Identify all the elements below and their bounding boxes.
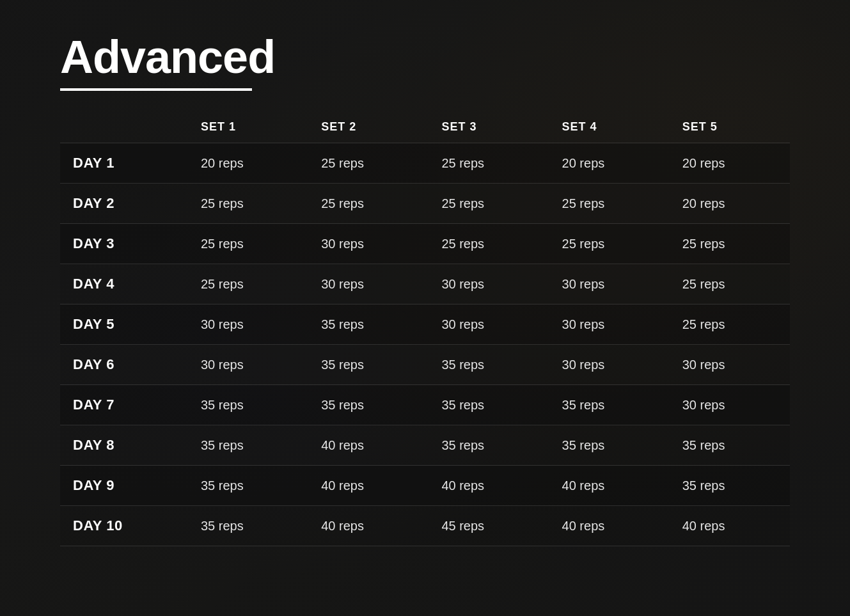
table-row: DAY 225 reps25 reps25 reps25 reps20 reps bbox=[60, 184, 790, 224]
set2-cell: 25 reps bbox=[308, 184, 429, 224]
set3-cell: 30 reps bbox=[429, 264, 549, 304]
col-header-set5: SET 5 bbox=[670, 111, 790, 143]
set4-cell: 40 reps bbox=[549, 466, 670, 506]
workout-table: SET 1 SET 2 SET 3 SET 4 SET 5 DAY 120 re… bbox=[60, 111, 790, 546]
table-row: DAY 835 reps40 reps35 reps35 reps35 reps bbox=[60, 425, 790, 466]
set5-cell: 25 reps bbox=[670, 224, 790, 264]
day-label-cell: DAY 10 bbox=[60, 506, 188, 546]
day-label-cell: DAY 7 bbox=[60, 385, 188, 425]
day-label-cell: DAY 1 bbox=[60, 143, 188, 184]
day-label-cell: DAY 2 bbox=[60, 184, 188, 224]
table-row: DAY 120 reps25 reps25 reps20 reps20 reps bbox=[60, 143, 790, 184]
set1-cell: 25 reps bbox=[188, 184, 308, 224]
main-content: Advanced SET 1 SET 2 SET 3 SET 4 SET 5 D… bbox=[0, 0, 850, 577]
col-header-set4: SET 4 bbox=[549, 111, 670, 143]
set5-cell: 30 reps bbox=[670, 345, 790, 385]
set5-cell: 35 reps bbox=[670, 425, 790, 466]
set1-cell: 35 reps bbox=[188, 466, 308, 506]
col-header-set3: SET 3 bbox=[429, 111, 549, 143]
set5-cell: 25 reps bbox=[670, 264, 790, 304]
set5-cell: 25 reps bbox=[670, 304, 790, 345]
set1-cell: 35 reps bbox=[188, 506, 308, 546]
table-row: DAY 425 reps30 reps30 reps30 reps25 reps bbox=[60, 264, 790, 304]
col-header-set2: SET 2 bbox=[308, 111, 429, 143]
set2-cell: 35 reps bbox=[308, 385, 429, 425]
set2-cell: 30 reps bbox=[308, 264, 429, 304]
set1-cell: 30 reps bbox=[188, 345, 308, 385]
set1-cell: 20 reps bbox=[188, 143, 308, 184]
set3-cell: 35 reps bbox=[429, 345, 549, 385]
set4-cell: 25 reps bbox=[549, 224, 670, 264]
set2-cell: 35 reps bbox=[308, 345, 429, 385]
table-row: DAY 735 reps35 reps35 reps35 reps30 reps bbox=[60, 385, 790, 425]
set3-cell: 45 reps bbox=[429, 506, 549, 546]
day-label-cell: DAY 8 bbox=[60, 425, 188, 466]
page-title: Advanced bbox=[60, 31, 790, 83]
set4-cell: 30 reps bbox=[549, 304, 670, 345]
table-row: DAY 935 reps40 reps40 reps40 reps35 reps bbox=[60, 466, 790, 506]
day-label-cell: DAY 5 bbox=[60, 304, 188, 345]
set3-cell: 35 reps bbox=[429, 425, 549, 466]
set1-cell: 35 reps bbox=[188, 385, 308, 425]
set2-cell: 25 reps bbox=[308, 143, 429, 184]
set2-cell: 40 reps bbox=[308, 506, 429, 546]
set5-cell: 40 reps bbox=[670, 506, 790, 546]
set4-cell: 35 reps bbox=[549, 425, 670, 466]
set4-cell: 35 reps bbox=[549, 385, 670, 425]
set4-cell: 25 reps bbox=[549, 184, 670, 224]
col-header-set1: SET 1 bbox=[188, 111, 308, 143]
set1-cell: 30 reps bbox=[188, 304, 308, 345]
set5-cell: 20 reps bbox=[670, 184, 790, 224]
set3-cell: 35 reps bbox=[429, 385, 549, 425]
set4-cell: 30 reps bbox=[549, 345, 670, 385]
day-label-cell: DAY 3 bbox=[60, 224, 188, 264]
set2-cell: 30 reps bbox=[308, 224, 429, 264]
set2-cell: 40 reps bbox=[308, 466, 429, 506]
set1-cell: 25 reps bbox=[188, 264, 308, 304]
set3-cell: 25 reps bbox=[429, 143, 549, 184]
set3-cell: 30 reps bbox=[429, 304, 549, 345]
set4-cell: 30 reps bbox=[549, 264, 670, 304]
set3-cell: 40 reps bbox=[429, 466, 549, 506]
day-label-cell: DAY 6 bbox=[60, 345, 188, 385]
set4-cell: 40 reps bbox=[549, 506, 670, 546]
table-body: DAY 120 reps25 reps25 reps20 reps20 reps… bbox=[60, 143, 790, 546]
set3-cell: 25 reps bbox=[429, 224, 549, 264]
set5-cell: 35 reps bbox=[670, 466, 790, 506]
table-header-row: SET 1 SET 2 SET 3 SET 4 SET 5 bbox=[60, 111, 790, 143]
set1-cell: 35 reps bbox=[188, 425, 308, 466]
set5-cell: 30 reps bbox=[670, 385, 790, 425]
table-row: DAY 630 reps35 reps35 reps30 reps30 reps bbox=[60, 345, 790, 385]
set5-cell: 20 reps bbox=[670, 143, 790, 184]
set3-cell: 25 reps bbox=[429, 184, 549, 224]
table-row: DAY 325 reps30 reps25 reps25 reps25 reps bbox=[60, 224, 790, 264]
set2-cell: 35 reps bbox=[308, 304, 429, 345]
day-label-cell: DAY 4 bbox=[60, 264, 188, 304]
title-underline bbox=[60, 88, 252, 91]
table-row: DAY 530 reps35 reps30 reps30 reps25 reps bbox=[60, 304, 790, 345]
table-row: DAY 1035 reps40 reps45 reps40 reps40 rep… bbox=[60, 506, 790, 546]
day-label-cell: DAY 9 bbox=[60, 466, 188, 506]
col-header-day bbox=[60, 111, 188, 143]
set1-cell: 25 reps bbox=[188, 224, 308, 264]
set2-cell: 40 reps bbox=[308, 425, 429, 466]
set4-cell: 20 reps bbox=[549, 143, 670, 184]
